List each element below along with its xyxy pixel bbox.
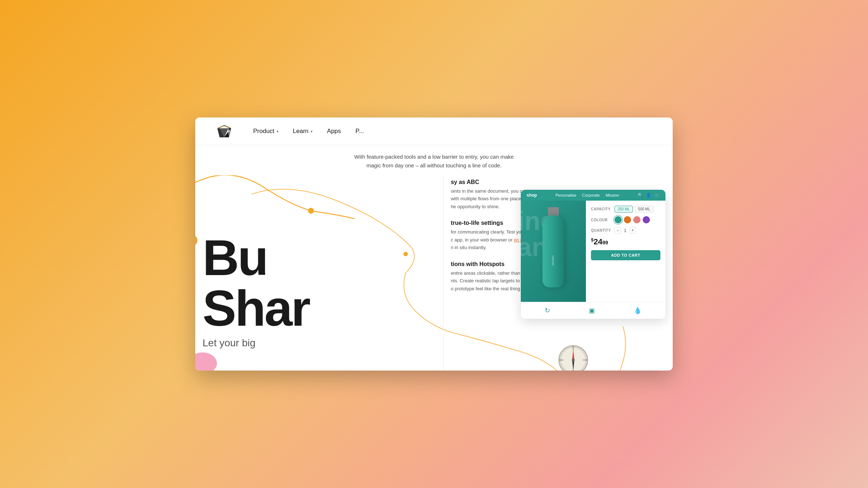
user-icon[interactable]: 👤 [646,193,651,198]
main-body: Bu Shar Let your big sy as ABC oints in … [195,175,673,371]
top-curve-svg [195,175,405,226]
quantity-control: − 1 + [614,227,636,234]
price-cents: 99 [603,240,608,245]
hero-text-container: Bu Shar Let your big [203,232,443,349]
pink-blob-decoration [195,352,217,371]
nav-item-p[interactable]: P... [356,128,364,135]
colour-label: COLOUR [591,218,614,222]
nav-personalise[interactable]: Personalise [556,193,576,197]
bottle-image-area: ing an Hydrate [521,201,586,302]
center-divider [443,175,444,371]
color-pink[interactable] [633,216,641,223]
price-dollars: 24 [593,237,602,246]
preview-nav-icons: 🔍 👤 🛒 [638,193,660,198]
bottle-shape: Hydrate [542,215,564,287]
qty-value: 1 [624,228,626,233]
preview-product-area: ing an Hydrate CAPACITY [521,201,665,302]
preview-nav-items: Personalise Corporate Mission [556,193,619,197]
footer-grid-icon[interactable]: ▣ [589,307,595,314]
svg-point-19 [572,359,575,361]
compass-decoration [557,344,590,371]
product-options: CAPACITY 250 ML 500 ML COLOUR [586,201,665,302]
svg-point-22 [559,359,561,361]
size-500ml[interactable]: 500 ML [635,206,653,213]
nav-item-learn[interactable]: Learn ▾ [293,128,312,135]
play-button[interactable] [195,235,197,246]
feature-easy-title: sy as ABC [451,179,581,185]
svg-point-9 [308,208,314,214]
svg-point-23 [586,359,588,361]
nav-corporate[interactable]: Corporate [582,193,600,197]
nav-mission[interactable]: Mission [605,193,619,197]
capacity-row: CAPACITY 250 ML 500 ML [591,206,660,213]
size-250ml[interactable]: 250 ML [614,206,633,213]
logo[interactable] [217,124,231,138]
add-to-cart-button[interactable]: ADD TO CART [591,250,660,260]
svg-point-20 [572,346,574,348]
colour-row: COLOUR [591,216,660,223]
qty-increase-button[interactable]: + [629,227,636,234]
navbar: Product ▾ Learn ▾ Apps P... [195,117,673,145]
hero-big-line2: Shar [203,283,443,334]
quantity-row: QUANTITY − 1 + [591,227,660,234]
hero-big-line1: Bu [203,232,443,283]
search-icon[interactable]: 🔍 [638,193,643,198]
color-orange[interactable] [624,216,631,223]
hero-sub-text: Let your big [203,337,443,349]
browser-window: Product ▾ Learn ▾ Apps P... With feature… [195,117,673,371]
quantity-label: QUANTITY [591,228,614,232]
bottle-shape-container: Hydrate [542,215,564,287]
price-section: $2499 [591,237,660,247]
right-column: sy as ABC oints in the same document, yo… [443,175,673,371]
capacity-label: CAPACITY [591,207,614,211]
bottle-label-text: Hydrate [552,256,555,266]
qty-decrease-button[interactable]: − [614,227,621,234]
nav-item-product[interactable]: Product ▾ [253,128,278,135]
learn-chevron-icon: ▾ [311,129,312,133]
footer-drop-icon[interactable]: 💧 [634,307,642,314]
cart-icon[interactable]: 🛒 [654,193,660,198]
top-tagline: With feature-packed tools and a low barr… [195,145,673,175]
shop-label: shop [527,193,537,198]
product-chevron-icon: ▾ [277,129,278,133]
color-teal[interactable] [614,216,622,223]
preview-card-navbar: shop Personalise Corporate Mission 🔍 👤 🛒 [521,190,665,201]
preview-card: shop Personalise Corporate Mission 🔍 👤 🛒 [521,190,665,319]
preview-card-footer: ↻ ▣ 💧 [521,302,665,319]
price-display: $2499 [591,237,660,247]
color-purple[interactable] [643,216,650,223]
compass-svg [557,344,590,371]
left-column: Bu Shar Let your big [195,175,443,371]
footer-refresh-icon[interactable]: ↻ [545,307,550,314]
nav-item-apps[interactable]: Apps [327,128,341,135]
